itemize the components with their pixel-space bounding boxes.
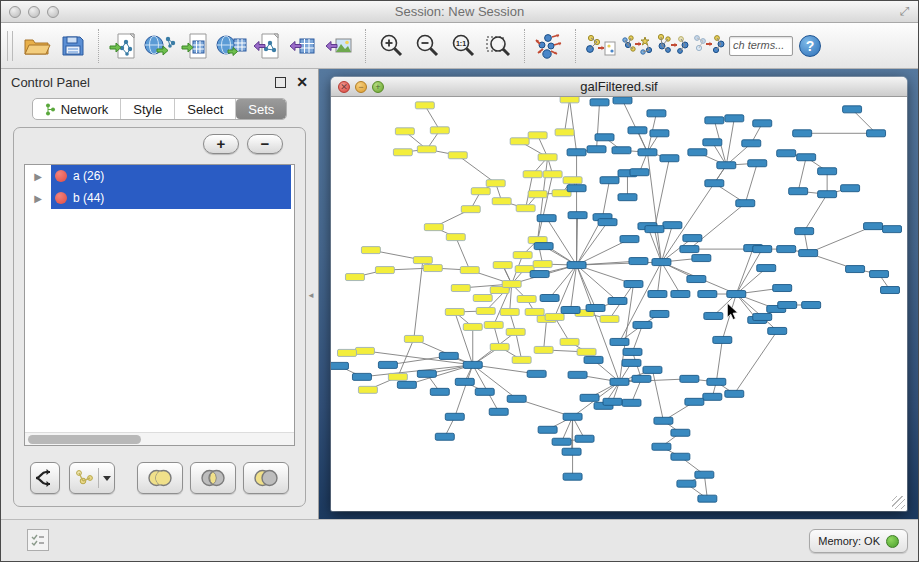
network-node-blue[interactable] — [881, 287, 900, 294]
network-node-blue[interactable] — [628, 127, 647, 134]
network-node-blue[interactable] — [793, 130, 812, 137]
network-node-blue[interactable] — [717, 162, 736, 169]
network-node-blue[interactable] — [802, 302, 821, 309]
network-node-yellow[interactable] — [463, 323, 482, 330]
list-item[interactable]: ▶ a (26) — [25, 165, 294, 187]
network-node-yellow[interactable] — [492, 198, 511, 205]
tab-select[interactable]: Select — [175, 99, 236, 119]
network-node-blue[interactable] — [680, 375, 699, 382]
network-node-blue[interactable] — [778, 302, 797, 309]
network-node-yellow[interactable] — [560, 97, 579, 103]
network-node-yellow[interactable] — [461, 206, 480, 213]
network-node-yellow[interactable] — [528, 191, 547, 198]
network-node-blue[interactable] — [568, 212, 587, 219]
network-node-blue[interactable] — [534, 243, 553, 250]
network-node-blue[interactable] — [707, 378, 726, 385]
network-node-blue[interactable] — [864, 223, 883, 230]
network-node-blue[interactable] — [527, 370, 546, 377]
network-node-yellow[interactable] — [600, 315, 619, 322]
network-node-blue[interactable] — [695, 471, 714, 478]
network-node-blue[interactable] — [417, 370, 436, 377]
network-node-blue[interactable] — [650, 310, 669, 317]
export-network-button[interactable] — [250, 28, 286, 64]
network-node-blue[interactable] — [463, 361, 482, 368]
network-window-titlebar[interactable]: ✕ − + galFiltered.sif — [331, 77, 907, 97]
expander-triangle-icon[interactable]: ▶ — [25, 171, 51, 182]
network-node-yellow[interactable] — [510, 138, 529, 145]
network-node-yellow[interactable] — [563, 177, 582, 184]
export-image-button[interactable] — [322, 28, 358, 64]
network-node-blue[interactable] — [439, 352, 458, 359]
network-node-blue[interactable] — [632, 375, 651, 382]
network-node-blue[interactable] — [660, 155, 679, 162]
network-node-yellow[interactable] — [417, 146, 436, 153]
add-set-button[interactable]: + — [203, 134, 239, 154]
network-node-blue[interactable] — [435, 433, 454, 440]
network-node-yellow[interactable] — [358, 386, 377, 393]
network-node-blue[interactable] — [688, 149, 707, 156]
network-node-blue[interactable] — [600, 177, 619, 184]
network-node-blue[interactable] — [629, 258, 648, 265]
network-node-blue[interactable] — [736, 200, 755, 207]
float-panel-button[interactable] — [275, 77, 286, 88]
memory-status-button[interactable]: Memory: OK — [809, 529, 908, 553]
network-node-blue[interactable] — [567, 149, 586, 156]
network-node-yellow[interactable] — [517, 296, 536, 303]
network-node-yellow[interactable] — [560, 338, 579, 345]
import-table-file-button[interactable] — [178, 28, 214, 64]
network-node-blue[interactable] — [867, 130, 886, 137]
apply-layout-button[interactable] — [532, 28, 568, 64]
network-node-yellow[interactable] — [415, 102, 434, 109]
network-node-blue[interactable] — [624, 281, 643, 288]
window-titlebar[interactable]: Session: New Session ⤢ — [1, 1, 918, 23]
network-node-blue[interactable] — [630, 169, 649, 176]
network-node-yellow[interactable] — [538, 154, 557, 161]
close-panel-button[interactable]: ✕ — [296, 76, 308, 88]
network-node-blue[interactable] — [692, 255, 711, 262]
network-node-yellow[interactable] — [476, 307, 495, 314]
union-sets-button[interactable] — [137, 462, 183, 494]
network-node-blue[interactable] — [795, 228, 814, 235]
help-button[interactable]: ? — [799, 35, 821, 57]
network-node-yellow[interactable] — [577, 348, 596, 355]
network-node-blue[interactable] — [683, 235, 702, 242]
network-node-blue[interactable] — [608, 298, 627, 305]
network-node-blue[interactable] — [843, 106, 862, 113]
network-node-yellow[interactable] — [375, 267, 394, 274]
toolbar-drag-handle[interactable] — [7, 31, 13, 61]
network-node-blue[interactable] — [698, 291, 717, 298]
network-node-blue[interactable] — [846, 266, 865, 273]
network-node-yellow[interactable] — [490, 343, 509, 350]
intersection-sets-button[interactable] — [190, 462, 236, 494]
network-node-blue[interactable] — [552, 438, 571, 445]
network-node-blue[interactable] — [677, 480, 696, 487]
network-node-blue[interactable] — [841, 185, 860, 192]
network-node-blue[interactable] — [638, 149, 657, 156]
expander-triangle-icon[interactable]: ▶ — [25, 193, 51, 204]
search-input[interactable]: ch terms... — [729, 36, 793, 56]
network-node-blue[interactable] — [705, 180, 724, 187]
network-node-blue[interactable] — [575, 435, 594, 442]
network-node-blue[interactable] — [489, 408, 508, 415]
network-node-blue[interactable] — [563, 473, 582, 480]
zoom-actual-size-button[interactable]: 1:1 — [445, 28, 481, 64]
network-node-blue[interactable] — [538, 426, 557, 433]
network-node-blue[interactable] — [586, 304, 605, 311]
network-node-blue[interactable] — [687, 276, 706, 283]
network-node-yellow[interactable] — [473, 295, 492, 302]
network-node-blue[interactable] — [789, 188, 808, 195]
network-node-blue[interactable] — [777, 246, 796, 253]
network-node-yellow[interactable] — [502, 281, 521, 288]
network-node-blue[interactable] — [652, 443, 671, 450]
create-set-from-network-button[interactable] — [69, 462, 115, 494]
network-node-blue[interactable] — [753, 313, 772, 320]
network-node-yellow[interactable] — [355, 347, 374, 354]
network-node-blue[interactable] — [818, 191, 837, 198]
network-node-yellow[interactable] — [361, 247, 380, 254]
network-node-yellow[interactable] — [500, 308, 519, 315]
network-node-blue[interactable] — [648, 291, 667, 298]
horizontal-scrollbar[interactable] — [25, 432, 294, 445]
tab-sets[interactable]: Sets — [236, 99, 286, 119]
network-node-blue[interactable] — [753, 246, 772, 253]
network-node-blue[interactable] — [633, 321, 652, 328]
